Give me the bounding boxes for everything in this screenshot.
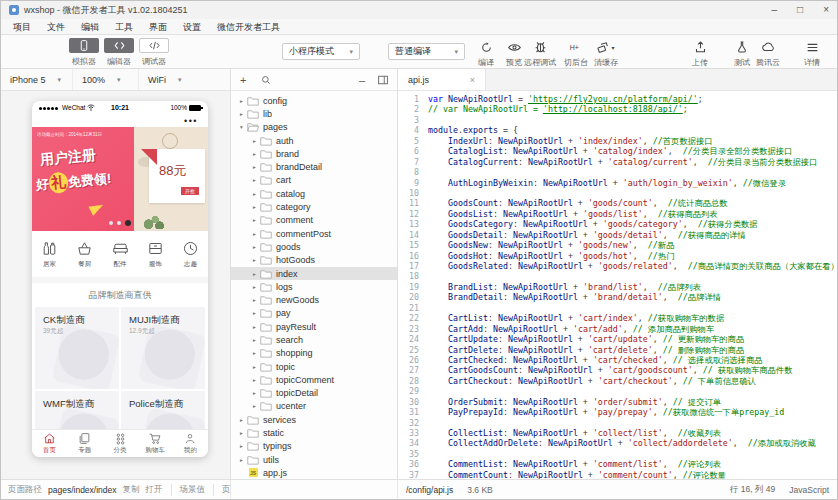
page-params-button[interactable]: 页面参数: [213, 484, 231, 496]
miniprogram-menu-dots[interactable]: •••: [32, 114, 208, 127]
code-line-32[interactable]: 32: [398, 418, 837, 428]
code-line-28[interactable]: 28 CartCheckout: NewApiRootUrl + 'cart/c…: [398, 376, 837, 386]
code-line-12[interactable]: 12 GoodsList: NewApiRootUrl + 'goods/lis…: [398, 209, 837, 219]
code-line-22[interactable]: 22 CartList: NewApiRootUrl + 'cart/index…: [398, 313, 837, 323]
tree-expand-icon[interactable]: ▸: [250, 390, 259, 396]
code-line-24[interactable]: 24 CartUpdate: NewApiRootUrl + 'cart/upd…: [398, 334, 837, 344]
tree-item-catalog[interactable]: ▸catalog: [231, 187, 397, 200]
code-line-25[interactable]: 25 CartDelete: NewApiRootUrl + 'cart/del…: [398, 345, 837, 355]
code-line-9[interactable]: 9 AuthLoginByWeixin: NewApiRootUrl + 'au…: [398, 178, 837, 188]
phone-tab-专题[interactable]: 专题: [67, 430, 102, 457]
tree-expand-icon[interactable]: ▸: [237, 417, 246, 423]
tree-item-shopping[interactable]: ▸shopping: [231, 347, 397, 360]
code-line-17[interactable]: 17 GoodsRelated: NewApiRootUrl + 'goods/…: [398, 261, 837, 271]
tree-item-topicDetail[interactable]: ▸topicDetail: [231, 387, 397, 400]
brand-card-WMF制造商[interactable]: WMF制造商: [35, 391, 119, 429]
code-line-23[interactable]: 23 CartAdd: NewApiRootUrl + 'cart/add', …: [398, 324, 837, 334]
code-line-33[interactable]: 33 CollectList: NewApiRootUrl + 'collect…: [398, 428, 837, 438]
tree-expand-icon[interactable]: ▸: [250, 164, 259, 170]
code-line-31[interactable]: 31 PayPrepayId: NewApiRootUrl + 'pay/pre…: [398, 407, 837, 417]
toolbar-button-上传[interactable]: 上传: [683, 40, 717, 68]
code-line-19[interactable]: 19 BrandList: NewApiRootUrl + 'brand/lis…: [398, 282, 837, 292]
view-button-模拟器[interactable]: 模拟器: [69, 38, 99, 67]
panel-layout-icon[interactable]: [378, 75, 388, 85]
tree-expand-icon[interactable]: ▸: [250, 244, 259, 250]
code-line-26[interactable]: 26 CartChecked: NewApiRootUrl + 'cart/ch…: [398, 355, 837, 365]
tree-expand-icon[interactable]: ▸: [250, 191, 259, 197]
view-button-调试器[interactable]: 调试器: [139, 38, 169, 67]
tree-expand-icon[interactable]: ▸: [250, 138, 259, 144]
code-line-11[interactable]: 11 GoodsCount: NewApiRootUrl + 'goods/co…: [398, 198, 837, 208]
category-item-服饰[interactable]: 服饰: [138, 240, 173, 269]
code-line-10[interactable]: 10: [398, 188, 837, 198]
tree-item-hotGoods[interactable]: ▸hotGoods: [231, 254, 397, 267]
tree-item-auth[interactable]: ▸auth: [231, 134, 397, 147]
tree-expand-icon[interactable]: ▸: [250, 217, 259, 223]
code-line-34[interactable]: 34 CollectAddOrDelete: NewApiRootUrl + '…: [398, 438, 837, 448]
tree-item-app.js[interactable]: JSapp.js: [231, 466, 397, 479]
tree-expand-icon[interactable]: ▸: [250, 284, 259, 290]
collapse-all-icon[interactable]: –: [359, 69, 365, 91]
open-path-link[interactable]: 打开: [146, 484, 163, 496]
phone-tab-我的[interactable]: 我的: [173, 430, 208, 457]
tree-item-index[interactable]: ▸index: [231, 267, 397, 280]
tree-expand-icon[interactable]: ▸: [250, 403, 259, 409]
tree-item-lib[interactable]: ▸lib: [231, 107, 397, 120]
language-mode[interactable]: JavaScript: [789, 485, 829, 495]
tree-expand-icon[interactable]: ▸: [237, 111, 246, 117]
code-line-29[interactable]: 29: [398, 386, 837, 396]
tree-item-pages[interactable]: ▾pages: [231, 121, 397, 134]
zoom-select[interactable]: 100% ▾: [73, 69, 139, 90]
category-item-配件[interactable]: 配件: [102, 240, 137, 269]
tree-item-pay[interactable]: ▸pay: [231, 307, 397, 320]
device-select[interactable]: iPhone 5 ▾: [1, 69, 73, 90]
code-line-30[interactable]: 30 OrderSubmit: NewApiRootUrl + 'order/s…: [398, 397, 837, 407]
compile-mode-select[interactable]: 普通编译 ▾: [388, 43, 465, 60]
code-editor[interactable]: 1var NewApiRootUrl = 'https://fly2you.cn…: [398, 91, 837, 479]
code-line-21[interactable]: 21: [398, 303, 837, 313]
menu-item-3[interactable]: 工具: [107, 19, 141, 35]
tree-item-topicComment[interactable]: ▸topicComment: [231, 373, 397, 386]
tree-expand-icon[interactable]: ▾: [237, 124, 246, 130]
tree-expand-icon[interactable]: ▸: [250, 204, 259, 210]
brand-card-Police制造商[interactable]: Police制造商: [121, 391, 205, 429]
tree-item-topic[interactable]: ▸topic: [231, 360, 397, 373]
tree-item-goods[interactable]: ▸goods: [231, 240, 397, 253]
maximize-button[interactable]: □: [797, 1, 803, 19]
menu-item-6[interactable]: 微信开发者工具: [209, 19, 288, 35]
code-line-7[interactable]: 7 CatalogCurrent: NewApiRootUrl + 'catal…: [398, 157, 837, 167]
toolbar-button-详情[interactable]: 详情: [795, 40, 829, 68]
menu-item-4[interactable]: 界面: [141, 19, 175, 35]
code-line-37[interactable]: 37 CommentCount: NewApiRootUrl + 'commen…: [398, 470, 837, 479]
brand-card-CK制造商[interactable]: CK制造商39元起: [35, 307, 119, 389]
phone-tab-首页[interactable]: 首页: [32, 430, 67, 457]
code-line-6[interactable]: 6 CatalogList: NewApiRootUrl + 'catalog/…: [398, 146, 837, 156]
tab-api-js[interactable]: api.js ×: [398, 69, 486, 90]
code-line-5[interactable]: 5 IndexUrl: NewApiRootUrl + 'index/index…: [398, 136, 837, 146]
tree-expand-icon[interactable]: ▸: [237, 98, 246, 104]
network-select[interactable]: WiFi ▾: [139, 69, 201, 90]
action-button-远程调试[interactable]: 远程调试: [523, 40, 557, 68]
tree-item-typings[interactable]: ▸typings: [231, 440, 397, 453]
tree-expand-icon[interactable]: ▸: [250, 231, 259, 237]
banner-carousel[interactable]: 活动截止时间：2014年12月31日 用户注册 好礼免费领! 88元 开抢: [32, 127, 208, 231]
menu-item-2[interactable]: 编辑: [73, 19, 107, 35]
tree-item-payResult[interactable]: ▸payResult: [231, 320, 397, 333]
category-item-餐厨[interactable]: 餐厨: [67, 240, 102, 269]
tree-item-category[interactable]: ▸category: [231, 200, 397, 213]
tree-item-commentPost[interactable]: ▸commentPost: [231, 227, 397, 240]
code-line-15[interactable]: 15 GoodsNew: NewApiRootUrl + 'goods/new'…: [398, 240, 837, 250]
mode-select[interactable]: 小程序模式 ▾: [282, 43, 360, 60]
code-line-36[interactable]: 36 CommentList: NewApiRootUrl + 'comment…: [398, 459, 837, 469]
phone-tab-购物车[interactable]: 购物车: [138, 430, 173, 457]
phone-tab-分类[interactable]: 分类: [102, 430, 137, 457]
copy-path-link[interactable]: 复制: [123, 484, 140, 496]
tree-expand-icon[interactable]: ▸: [237, 430, 246, 436]
minimize-button[interactable]: –: [772, 1, 778, 19]
tree-item-static[interactable]: ▸static: [231, 426, 397, 439]
tree-expand-icon[interactable]: ▸: [250, 177, 259, 183]
code-line-14[interactable]: 14 GoodsDetail: NewApiRootUrl + 'goods/d…: [398, 230, 837, 240]
tree-expand-icon[interactable]: ▸: [250, 364, 259, 370]
tree-expand-icon[interactable]: ▸: [250, 377, 259, 383]
tree-expand-icon[interactable]: ▸: [250, 271, 259, 277]
